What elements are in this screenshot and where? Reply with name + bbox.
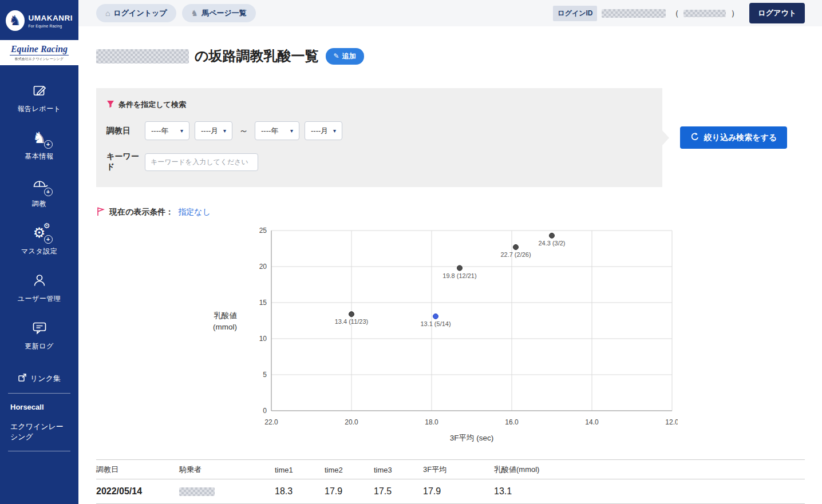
- plus-badge-icon: +: [44, 140, 53, 149]
- refresh-icon: [690, 132, 700, 143]
- svg-text:15: 15: [259, 299, 267, 307]
- breadcrumb-horse-list[interactable]: ♞ 馬ページ一覧: [182, 4, 256, 22]
- year-to-select[interactable]: ----年: [255, 121, 299, 140]
- company-logo-text: Equine Racing: [10, 44, 69, 55]
- filter-search-label: 絞り込み検索をする: [704, 133, 777, 143]
- table-header-row: 調教日 騎乗者 time1 time2 time3 3F平均 乳酸値(mmol): [96, 460, 805, 479]
- year-from-select[interactable]: ----年: [145, 121, 189, 140]
- lactate-chart-svg: 22.020.018.016.014.012.0051015202513.4 (…: [245, 227, 678, 428]
- gears-icon: ⚙ ⚙ +: [30, 223, 49, 243]
- sidebar-link-equine-racing[interactable]: エクワインレーシング: [0, 411, 78, 442]
- horse-icon: ♞: [191, 9, 199, 17]
- app-subtitle: For Equine Racing: [29, 24, 73, 28]
- plus-badge-icon: +: [44, 188, 53, 196]
- chart-y-axis-label: 乳酸値 (mmol): [193, 310, 245, 334]
- svg-text:16.0: 16.0: [505, 418, 519, 426]
- sidebar-divider: [8, 451, 70, 451]
- page-title: の坂路調教乳酸一覧: [195, 47, 319, 65]
- sidebar-item-label: マスタ設定: [21, 247, 57, 256]
- month-to-select[interactable]: ----月: [305, 121, 342, 140]
- cell-rider: [179, 479, 275, 504]
- filter-funnel-icon: [106, 100, 114, 110]
- svg-text:19.8 (12/21): 19.8 (12/21): [442, 272, 476, 279]
- sidebar-nav: 報告レポート ♞ + 基本情報 + 調教: [0, 73, 78, 358]
- redacted-rider-name: [179, 487, 215, 496]
- sidebar-item-training[interactable]: + 調教: [0, 168, 78, 216]
- add-button-label: 追加: [342, 51, 356, 61]
- col-header-lactate: 乳酸値(mmol): [494, 460, 805, 479]
- keyword-label: キーワード: [106, 152, 140, 172]
- col-header-time3: time3: [374, 460, 423, 479]
- breadcrumb-label: ログイントップ: [113, 8, 167, 18]
- svg-text:25: 25: [259, 227, 267, 235]
- redacted-login-user-name: [683, 10, 726, 17]
- chat-log-icon: [30, 318, 49, 338]
- jockey-cap-icon: +: [30, 176, 49, 195]
- sidebar-item-label: 報告レポート: [18, 104, 61, 114]
- sidebar-item-report[interactable]: 報告レポート: [0, 73, 78, 121]
- svg-text:12.0: 12.0: [665, 418, 678, 426]
- flag-icon: [96, 207, 105, 218]
- svg-text:13.4 (11/23): 13.4 (11/23): [335, 318, 369, 325]
- home-icon: ⌂: [105, 9, 110, 17]
- main-area: ⌂ ログイントップ ♞ 馬ページ一覧 ログインID （ ） ログアウト: [78, 0, 822, 504]
- sidebar-item-label: 基本情報: [25, 152, 54, 161]
- cell-lactate: 13.1: [494, 479, 805, 504]
- training-date-label: 調教日: [106, 126, 140, 136]
- sidebar-item-label: 更新ログ: [25, 342, 54, 351]
- gear-glyph-small: ⚙: [44, 222, 50, 229]
- month-from-select[interactable]: ----月: [195, 121, 232, 140]
- col-header-time1: time1: [275, 460, 325, 479]
- training-date-row: 調教日 ----年 ----月 ～ ----年 ----月: [106, 121, 662, 140]
- sidebar-item-master-settings[interactable]: ⚙ ⚙ + マスタ設定: [0, 216, 78, 263]
- sidebar-item-links[interactable]: リンク集: [0, 373, 78, 384]
- search-conditions: 条件を指定して検索 調教日 ----年 ----月 ～ ----年 ----月 …: [96, 88, 662, 187]
- sidebar-item-update-log[interactable]: 更新ログ: [0, 311, 78, 358]
- page-title-row: の坂路調教乳酸一覧 ✎ 追加: [96, 47, 805, 65]
- sidebar: ♞ UMAKANRI For Equine Racing Equine Raci…: [0, 0, 78, 504]
- filter-search-button[interactable]: 絞り込み検索をする: [680, 126, 788, 149]
- chart-x-axis-label: 3F平均 (sec): [271, 433, 672, 443]
- keyword-row: キーワード: [106, 152, 662, 172]
- logo-text: UMAKANRI For Equine Racing: [29, 14, 73, 28]
- company-logo[interactable]: Equine Racing 株式会社エクワインレーシング: [0, 40, 78, 65]
- redacted-horse-name: [96, 49, 189, 64]
- horse-icon: ♞ +: [30, 128, 49, 148]
- paren-open: （: [670, 8, 679, 19]
- sidebar-link-horsecall[interactable]: Horsecall: [0, 394, 78, 411]
- svg-text:20: 20: [259, 263, 267, 271]
- training-table: 調教日 騎乗者 time1 time2 time3 3F平均 乳酸値(mmol)…: [96, 459, 805, 504]
- external-link-icon: [18, 373, 27, 384]
- sidebar-item-label: ユーザー管理: [18, 294, 61, 304]
- cell-time2: 17.9: [325, 479, 374, 504]
- svg-text:20.0: 20.0: [345, 418, 358, 426]
- topbar-right: ログインID （ ） ログアウト: [553, 3, 805, 23]
- col-header-time2: time2: [325, 460, 374, 479]
- horse-glyph: ♞: [9, 14, 21, 27]
- content: の坂路調教乳酸一覧 ✎ 追加 条件を指定して検索 調教日: [78, 26, 822, 504]
- search-heading: 条件を指定して検索: [118, 100, 186, 110]
- sidebar-item-basic-info[interactable]: ♞ + 基本情報: [0, 121, 78, 168]
- svg-text:10: 10: [259, 335, 267, 343]
- svg-text:22.7 (2/26): 22.7 (2/26): [500, 251, 531, 258]
- sidebar-links-label: リンク集: [30, 374, 61, 384]
- cell-date: 2022/05/14: [96, 479, 179, 504]
- app-root: ♞ UMAKANRI For Equine Racing Equine Raci…: [0, 0, 822, 504]
- breadcrumb-login-top[interactable]: ⌂ ログイントップ: [96, 4, 176, 22]
- col-header-date: 調教日: [96, 460, 179, 479]
- search-heading-row: 条件を指定して検索: [106, 100, 662, 110]
- svg-text:24.3 (3/2): 24.3 (3/2): [538, 240, 565, 247]
- add-button[interactable]: ✎ 追加: [326, 48, 364, 65]
- svg-text:5: 5: [263, 371, 267, 379]
- cell-time3: 17.5: [374, 479, 423, 504]
- keyword-input[interactable]: [145, 153, 258, 171]
- lactate-chart: 乳酸値 (mmol) 22.020.018.016.014.012.005101…: [193, 227, 805, 428]
- search-panel: 条件を指定して検索 調教日 ----年 ----月 ～ ----年 ----月 …: [96, 88, 805, 187]
- current-filter-value-link[interactable]: 指定なし: [178, 207, 211, 217]
- app-logo[interactable]: ♞ UMAKANRI For Equine Racing: [0, 0, 78, 40]
- logout-button[interactable]: ログアウト: [749, 3, 805, 23]
- sidebar-item-user-management[interactable]: ユーザー管理: [0, 263, 78, 311]
- breadcrumb: ⌂ ログイントップ ♞ 馬ページ一覧: [96, 4, 256, 22]
- table-row: 2022/05/14 18.3 17.9 17.5 17.9 13.1: [96, 479, 805, 504]
- current-filter-row: 現在の表示条件： 指定なし: [96, 207, 805, 218]
